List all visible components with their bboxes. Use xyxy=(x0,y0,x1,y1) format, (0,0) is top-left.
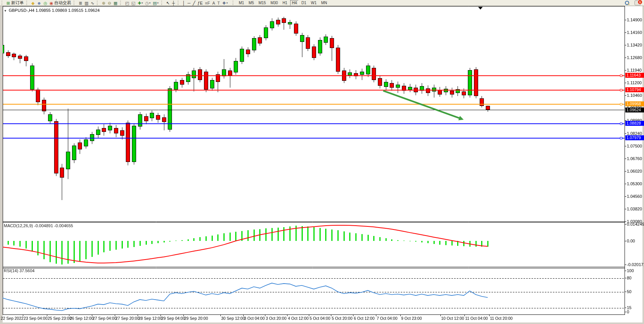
price-axis-tick: 1.06020 xyxy=(627,169,642,173)
zoom-out-button[interactable]: ⊖ xyxy=(107,0,112,6)
price-axis-tick: 1.08240 xyxy=(627,131,642,136)
trendline-button[interactable]: ╱ xyxy=(191,0,196,6)
price-axis-tick: 1.06760 xyxy=(627,156,642,161)
new-order-button-label: 新订单 xyxy=(11,0,24,6)
timeframe-m30-button[interactable]: M30 xyxy=(268,0,279,6)
macd-axis-tick: 0.014245 xyxy=(627,222,644,226)
zoom-in-button[interactable]: ⊕ xyxy=(101,0,106,6)
cursor-icon: ↖ xyxy=(166,0,170,6)
text-icon: A xyxy=(212,0,215,6)
time-axis-label: 25 Sep 23:00 xyxy=(48,316,71,321)
trendline-icon: ╱ xyxy=(193,0,195,6)
line-chart-icon: ∿ xyxy=(91,0,94,6)
chat-icon[interactable]: 1 xyxy=(634,0,641,5)
price-axis-tick: 1.13420 xyxy=(627,43,642,47)
price-axis-tick: 1.11200 xyxy=(627,80,642,85)
chart-window[interactable]: ▼GBPUSD-,H4 1.09855 1.09869 1.09515 1.09… xyxy=(0,6,644,324)
collapse-caret-icon[interactable]: ▼ xyxy=(4,9,7,13)
timeframe-mn-button[interactable]: MN xyxy=(319,0,329,6)
dropdown-arrow-icon[interactable]: ▾ xyxy=(149,2,151,5)
time-axis-label: 9 Oct 23:00 xyxy=(401,316,422,321)
horizontal-line-button[interactable]: ─ xyxy=(186,0,192,6)
fibonacci-fan-button[interactable]: ≡F xyxy=(204,0,211,6)
time-axis-label: 11 Oct 04:00 xyxy=(465,316,488,321)
chart-canvas[interactable] xyxy=(0,6,644,324)
tile-windows-button[interactable]: ▦ xyxy=(112,0,119,6)
vertical-line-button[interactable]: │ xyxy=(181,0,186,6)
dropdown-arrow-icon[interactable]: ▾ xyxy=(226,2,228,5)
toolbar-grip xyxy=(233,1,235,5)
shapes-button[interactable]: ❖▾ xyxy=(221,0,229,6)
new-order-icon: ⊞ xyxy=(6,0,10,6)
profile-button[interactable]: ☻ xyxy=(36,0,43,6)
time-axis-label: 10 Oct 12:00 xyxy=(441,316,464,321)
vertical-line-icon: │ xyxy=(183,0,185,6)
bottom-window-edge xyxy=(0,322,644,324)
toolbar-group: ↖┼ xyxy=(160,0,176,6)
candlestick-chart-button[interactable]: ▥ xyxy=(84,0,90,6)
shapes-icon: ❖ xyxy=(222,0,226,6)
charts-navigate-right-icon: ◱ xyxy=(132,0,135,6)
chart-symbol-title[interactable]: ▼GBPUSD-,H4 1.09855 1.09869 1.09515 1.09… xyxy=(4,8,100,13)
crosshair-icon: ┼ xyxy=(172,0,175,6)
price-axis-tick: 1.14900 xyxy=(627,18,642,22)
charts-navigate-left-button[interactable]: ◰ xyxy=(124,0,130,6)
time-axis-label: 3 Oct 04:00 xyxy=(244,316,265,321)
fibonacci-button[interactable]: ƒE xyxy=(196,0,204,6)
notification-badge: 1 xyxy=(638,0,642,5)
autotrading-icon: ◉ xyxy=(50,0,53,6)
text-button[interactable]: A xyxy=(211,0,216,6)
time-axis-label: 30 Sep 12:00 xyxy=(221,316,245,321)
periods-button[interactable]: ◷▾ xyxy=(144,0,152,6)
price-axis-tick: 1.14160 xyxy=(627,30,642,35)
time-axis-label: 22 Sep 2022 xyxy=(1,316,24,321)
time-axis-label: 23 Sep 04:00 xyxy=(24,316,47,321)
time-axis-label: 27 Sep 20:00 xyxy=(116,316,139,321)
price-axis-tick: 1.11940 xyxy=(627,68,642,72)
toolbar-grip xyxy=(26,1,29,5)
charts-navigate-right-button[interactable]: ◱ xyxy=(130,0,137,6)
tile-windows-icon: ▦ xyxy=(114,0,117,6)
dropdown-arrow-icon[interactable]: ▾ xyxy=(157,2,159,5)
add-indicator-icon: ✚ xyxy=(138,0,141,6)
timeframe-h1-button[interactable]: H1 xyxy=(281,0,289,6)
search-icon[interactable] xyxy=(625,1,629,5)
rsi-axis-tick: 100 xyxy=(627,268,634,273)
price-line-badge: 1.08828 xyxy=(625,121,644,126)
timeframe-w1-button[interactable]: W1 xyxy=(309,0,318,6)
crosshair-button[interactable]: ┼ xyxy=(171,0,176,6)
templates-button[interactable]: ▤▾ xyxy=(152,0,160,6)
cursor-button[interactable]: ↖ xyxy=(165,0,171,6)
styler-icon: ◆ xyxy=(31,0,34,6)
candlestick-chart-icon: ▥ xyxy=(85,0,88,6)
timeframe-d1-button[interactable]: D1 xyxy=(299,0,308,6)
styler-button[interactable]: ◆ xyxy=(30,0,35,6)
price-line-badge: 1.09968 xyxy=(625,101,644,106)
text-label-button[interactable]: T xyxy=(216,0,221,6)
periods-icon: ◷ xyxy=(145,0,149,6)
timeframe-m5-button[interactable]: M5 xyxy=(247,0,256,6)
bar-chart-button[interactable]: ≣ xyxy=(77,0,83,6)
macd-indicator-label: MACD(12,26,9) -0.004891 -0.004655 xyxy=(4,223,73,228)
autotrading-button[interactable]: ◉自动交易 xyxy=(48,0,72,6)
fibonacci-icon: ƒE xyxy=(198,0,202,6)
timeframe-h4-button[interactable]: H4 xyxy=(290,0,299,6)
time-axis-label: 29 Sep 04:00 xyxy=(161,316,185,321)
timeframe-bar: M1M5M15M30H1H4D1W1MN xyxy=(231,0,329,6)
time-axis-label: 5 Oct 20:00 xyxy=(332,316,352,321)
dropdown-arrow-icon[interactable]: ▾ xyxy=(141,2,143,5)
price-line-badge: 1.09624 xyxy=(625,107,644,112)
left-window-edge xyxy=(0,6,3,324)
signals-button[interactable]: ◎ xyxy=(42,0,48,6)
new-order-button[interactable]: ⊞新订单 xyxy=(5,0,25,6)
fibonacci-fan-icon: ≡F xyxy=(205,0,210,6)
rsi-indicator-label: RSI(14) 37.5604 xyxy=(4,268,35,273)
timeframe-m15-button[interactable]: M15 xyxy=(257,0,268,6)
add-indicator-button[interactable]: ✚▾ xyxy=(137,0,144,6)
timeframe-m1-button[interactable]: M1 xyxy=(237,0,246,6)
symbol-ohlc-text: GBPUSD-,H4 1.09855 1.09869 1.09515 1.096… xyxy=(9,8,100,13)
price-line-badge: 1.11643 xyxy=(625,73,644,78)
line-chart-button[interactable]: ∿ xyxy=(90,0,95,6)
toolbar-group: ≣▥∿ xyxy=(72,0,95,6)
search-handle-icon xyxy=(628,3,630,5)
